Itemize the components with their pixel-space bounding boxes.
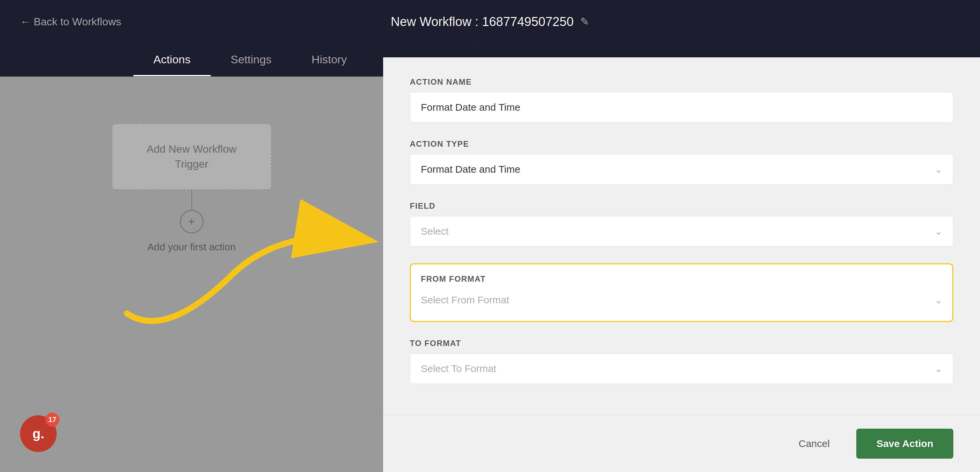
right-panel: Date/Time Formatter Format and Compare d…: [383, 0, 980, 472]
to-format-placeholder: Select To Format: [421, 363, 496, 374]
workflow-title: New Workflow : 1687749507250 ✎: [391, 15, 590, 29]
action-type-chevron-icon: ⌄: [935, 164, 942, 175]
field-select[interactable]: Select ⌄: [410, 216, 953, 247]
canvas-area: Add New Workflow Trigger + Add your firs…: [0, 77, 383, 472]
cancel-button[interactable]: Cancel: [782, 429, 846, 459]
field-placeholder: Select: [421, 226, 449, 237]
user-avatar[interactable]: g. 17: [20, 415, 57, 452]
add-action-circle[interactable]: +: [180, 210, 204, 233]
connector-line: [191, 190, 192, 210]
top-bar: ← Back to Workflows New Workflow : 16877…: [0, 0, 980, 43]
edit-title-icon[interactable]: ✎: [580, 15, 589, 28]
field-label: FIELD: [410, 201, 953, 211]
avatar-notification-badge: 17: [45, 413, 59, 427]
to-format-group: TO FORMAT Select To Format ⌄: [410, 339, 953, 384]
action-name-value: Format Date and Time: [421, 102, 520, 113]
from-format-placeholder: Select From Format: [421, 294, 509, 306]
field-group: FIELD Select ⌄: [410, 201, 953, 247]
add-first-action-text: Add your first action: [147, 242, 236, 253]
from-format-chevron-icon: ⌄: [935, 295, 942, 306]
action-type-group: ACTION TYPE Format Date and Time ⌄: [410, 139, 953, 185]
to-format-chevron-icon: ⌄: [935, 363, 942, 374]
action-type-value: Format Date and Time: [421, 164, 520, 175]
panel-footer: Cancel Save Action: [383, 415, 980, 472]
field-chevron-icon: ⌄: [935, 226, 942, 237]
to-format-label: TO FORMAT: [410, 339, 953, 348]
from-format-label: FROM FORMAT: [421, 274, 942, 284]
tab-actions[interactable]: Actions: [134, 44, 211, 76]
action-name-label: ACTION NAME: [410, 77, 953, 87]
from-format-group: FROM FORMAT Select From Format ⌄: [410, 263, 953, 322]
workflow-title-text: New Workflow : 1687749507250: [391, 15, 574, 29]
from-format-select[interactable]: Select From Format ⌄: [421, 289, 942, 311]
action-type-label: ACTION TYPE: [410, 139, 953, 149]
avatar-initials: g.: [32, 426, 45, 441]
save-action-button[interactable]: Save Action: [856, 429, 953, 459]
to-format-select[interactable]: Select To Format ⌄: [410, 353, 953, 384]
workflow-trigger-box[interactable]: Add New Workflow Trigger: [112, 123, 272, 190]
action-type-select[interactable]: Format Date and Time ⌄: [410, 154, 953, 185]
tab-settings[interactable]: Settings: [211, 44, 292, 76]
trigger-box-text: Add New Workflow Trigger: [147, 141, 237, 172]
back-to-workflows-link[interactable]: ← Back to Workflows: [20, 16, 121, 28]
action-name-group: ACTION NAME Format Date and Time: [410, 77, 953, 123]
action-name-input[interactable]: Format Date and Time: [410, 92, 953, 123]
tab-history[interactable]: History: [291, 44, 367, 76]
panel-content: ACTION NAME Format Date and Time ACTION …: [383, 57, 980, 415]
